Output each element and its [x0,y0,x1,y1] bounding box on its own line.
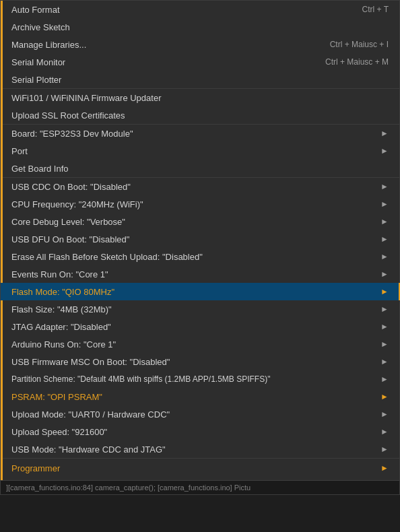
menu-item-auto-format[interactable]: Auto Format Ctrl + T [1,1,399,18]
label-serial-monitor: Serial Monitor [11,57,312,67]
bottom-status-bar: ][camera_functions.ino:84] camera_captur… [1,480,399,494]
menu-item-upload-mode[interactable]: Upload Mode: "UART0 / Hardware CDC" ► [1,405,399,423]
tools-menu: Auto Format Ctrl + T Archive Sketch Mana… [0,0,400,495]
label-flash-mode: Flash Mode: "QIO 80MHz" [11,287,374,297]
label-partition-scheme: Partition Scheme: "Default 4MB with spif… [11,374,374,384]
arrow-port: ► [380,146,389,156]
left-accent-bar [1,1,3,494]
label-programmer: Programmer [11,463,374,473]
arrow-erase-flash: ► [380,252,389,261]
menu-item-events-run[interactable]: Events Run On: "Core 1" ► [1,265,399,283]
label-usb-cdc: USB CDC On Boot: "Disabled" [11,182,374,192]
label-board: Board: "ESP32S3 Dev Module" [11,129,374,139]
menu-item-core-debug[interactable]: Core Debug Level: "Verbose" ► [1,213,399,230]
menu-item-serial-monitor[interactable]: Serial Monitor Ctrl + Maiusc + M [1,53,399,71]
arrow-core-debug: ► [380,217,389,226]
menu-item-manage-libraries[interactable]: Manage Libraries... Ctrl + Maiusc + I [1,36,399,53]
label-core-debug: Core Debug Level: "Verbose" [11,217,374,227]
menu-item-cpu-freq[interactable]: CPU Frequency: "240MHz (WiFi)" ► [1,195,399,213]
menu-item-usb-cdc[interactable]: USB CDC On Boot: "Disabled" ► [1,178,399,195]
label-port: Port [11,146,374,156]
menu-item-programmer[interactable]: Programmer ► [1,459,399,476]
arrow-partition-scheme: ► [380,374,389,384]
menu-item-get-board-info[interactable]: Get Board Info [1,160,399,177]
arrow-jtag-adapter: ► [380,322,389,331]
label-upload-mode: Upload Mode: "UART0 / Hardware CDC" [11,409,374,420]
label-manage-libraries: Manage Libraries... [11,40,316,50]
arrow-usb-firmware: ► [380,357,389,366]
menu-item-board[interactable]: Board: "ESP32S3 Dev Module" ► [1,125,399,142]
arrow-cpu-freq: ► [380,199,389,209]
arrow-board: ► [380,129,389,138]
label-psram: PSRAM: "OPI PSRAM" [11,392,374,402]
shortcut-manage-libraries: Ctrl + Maiusc + I [330,40,389,49]
label-upload-speed: Upload Speed: "921600" [11,427,374,437]
arrow-flash-mode: ► [380,287,389,296]
label-serial-plotter: Serial Plotter [11,75,389,85]
menu-item-archive-sketch[interactable]: Archive Sketch [1,18,399,36]
menu-item-upload-ssl[interactable]: Upload SSL Root Certificates [1,106,399,124]
label-usb-firmware: USB Firmware MSC On Boot: "Disabled" [11,357,374,367]
label-auto-format: Auto Format [11,5,349,15]
menu-item-flash-size[interactable]: Flash Size: "4MB (32Mb)" ► [1,300,399,318]
menu-item-erase-flash[interactable]: Erase All Flash Before Sketch Upload: "D… [1,248,399,265]
arrow-usb-cdc: ► [380,182,389,191]
section-wifi-tools: WiFi101 / WiFiNINA Firmware Updater Uplo… [1,89,399,125]
menu-item-flash-mode[interactable]: Flash Mode: "QIO 80MHz" ► [1,283,399,300]
menu-item-partition-scheme[interactable]: Partition Scheme: "Default 4MB with spif… [1,370,399,388]
label-flash-size: Flash Size: "4MB (32Mb)" [11,304,374,314]
arrow-flash-size: ► [380,304,389,314]
arrow-arduino-runs: ► [380,339,389,349]
shortcut-serial-monitor: Ctrl + Maiusc + M [325,57,389,67]
arrow-usb-dfu: ► [380,234,389,244]
menu-item-upload-speed[interactable]: Upload Speed: "921600" ► [1,423,399,440]
arrow-upload-mode: ► [380,409,389,419]
label-jtag-adapter: JTAG Adapter: "Disabled" [11,322,374,332]
shortcut-auto-format: Ctrl + T [362,5,389,14]
arrow-programmer: ► [380,463,389,473]
label-erase-flash: Erase All Flash Before Sketch Upload: "D… [11,252,374,262]
menu-item-usb-dfu[interactable]: USB DFU On Boot: "Disabled" ► [1,230,399,248]
section-board-info: Board: "ESP32S3 Dev Module" ► Port ► Get… [1,125,399,178]
menu-item-usb-firmware[interactable]: USB Firmware MSC On Boot: "Disabled" ► [1,353,399,370]
label-cpu-freq: CPU Frequency: "240MHz (WiFi)" [11,199,374,209]
status-text: ][camera_functions.ino:84] camera_captur… [6,484,251,492]
menu-item-wifi-firmware[interactable]: WiFi101 / WiFiNINA Firmware Updater [1,89,399,106]
label-archive-sketch: Archive Sketch [11,22,389,32]
label-events-run: Events Run On: "Core 1" [11,269,374,279]
label-usb-dfu: USB DFU On Boot: "Disabled" [11,234,374,244]
label-arduino-runs: Arduino Runs On: "Core 1" [11,339,374,350]
label-usb-mode: USB Mode: "Hardware CDC and JTAG" [11,444,374,455]
label-wifi-firmware: WiFi101 / WiFiNINA Firmware Updater [11,93,389,103]
label-get-board-info: Get Board Info [11,164,389,174]
label-upload-ssl: Upload SSL Root Certificates [11,110,389,121]
menu-item-serial-plotter[interactable]: Serial Plotter [1,71,399,88]
arrow-psram: ► [380,392,389,401]
arrow-usb-mode: ► [380,444,389,454]
menu-item-jtag-adapter[interactable]: JTAG Adapter: "Disabled" ► [1,318,399,335]
section-board-settings: USB CDC On Boot: "Disabled" ► CPU Freque… [1,178,399,459]
menu-item-psram[interactable]: PSRAM: "OPI PSRAM" ► [1,388,399,405]
menu-item-port[interactable]: Port ► [1,142,399,160]
menu-item-usb-mode[interactable]: USB Mode: "Hardware CDC and JTAG" ► [1,440,399,458]
section-top-tools: Auto Format Ctrl + T Archive Sketch Mana… [1,1,399,89]
menu-item-arduino-runs[interactable]: Arduino Runs On: "Core 1" ► [1,335,399,353]
arrow-events-run: ► [380,269,389,279]
arrow-upload-speed: ► [380,427,389,436]
